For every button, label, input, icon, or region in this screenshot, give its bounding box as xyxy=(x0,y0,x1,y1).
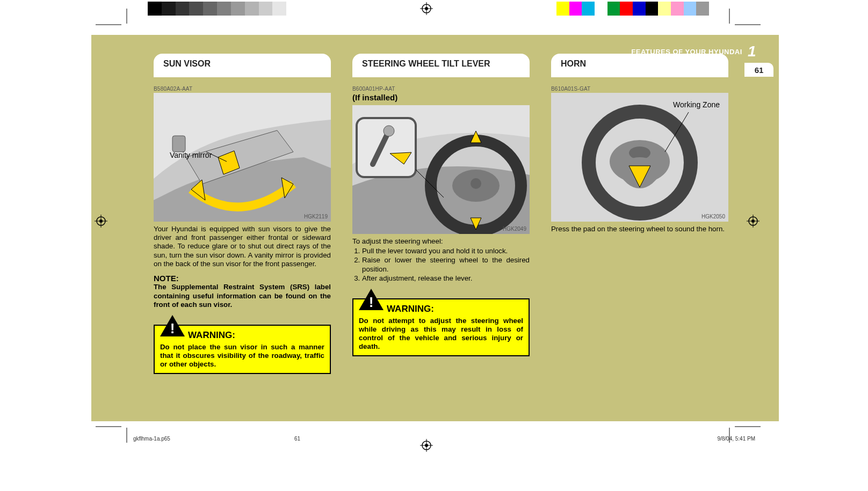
illus-label-working-zone: Working Zone xyxy=(673,100,720,109)
warning-title: WARNING: xyxy=(188,330,324,341)
warning-text: Do not place the sun visor in such a man… xyxy=(160,343,324,369)
chapter-number: 1 xyxy=(748,43,756,60)
body-text: Press the pad on the steering wheel to s… xyxy=(551,225,728,233)
registration-mark-top xyxy=(420,2,433,15)
warning-box: ! WARNING: Do not place the sun visor in… xyxy=(154,325,331,374)
tab-sun-visor: SUN VISOR xyxy=(154,54,331,76)
footer-page: 61 xyxy=(294,436,300,442)
part-code: B600A01HP-AAT xyxy=(352,86,530,92)
print-footer: gkflhma-1a.p65 61 9/8/04, 5:41 PM xyxy=(133,436,755,442)
subhead: (If installed) xyxy=(352,93,530,102)
footer-datetime: 9/8/04, 5:41 PM xyxy=(717,436,755,442)
column-horn: HORN B610A01S-GAT Working Zone HGK2050 P… xyxy=(551,54,728,408)
tab-horn: HORN xyxy=(551,54,728,76)
svg-text:!: ! xyxy=(369,294,374,310)
note-title: NOTE: xyxy=(154,274,331,283)
svg-text:!: ! xyxy=(170,320,175,336)
warning-title: WARNING: xyxy=(387,304,523,314)
footer-filename: gkflhma-1a.p65 xyxy=(133,436,170,442)
svg-rect-28 xyxy=(172,136,185,152)
figure-id: HGK2119 xyxy=(304,214,328,219)
svg-point-15 xyxy=(425,444,428,447)
registration-mark-right xyxy=(747,215,760,228)
warning-icon: ! xyxy=(358,288,385,311)
illustration-tilt-lever: HGK2049 xyxy=(352,105,530,234)
step-item: Pull the lever toward you and hold it to… xyxy=(362,247,530,255)
part-code: B580A02A-AAT xyxy=(154,86,331,92)
crop-mark xyxy=(728,9,761,30)
svg-point-39 xyxy=(384,126,394,136)
illustration-horn: Working Zone HGK2050 xyxy=(551,93,728,222)
column-tilt-lever: STEERING WHEEL TILT LEVER B600A01HP-AAT … xyxy=(352,54,530,408)
warning-icon: ! xyxy=(159,314,186,338)
part-code: B610A01S-GAT xyxy=(551,86,728,92)
steps: To adjust the steering wheel: Pull the l… xyxy=(352,237,530,283)
svg-point-3 xyxy=(425,7,428,10)
body-text: Your Hyundai is equipped with sun visors… xyxy=(154,225,331,268)
registration-mark-left xyxy=(95,215,107,228)
crop-mark xyxy=(96,9,128,30)
content-columns: SUN VISOR B580A02A-AAT Vanity mirror HGK… xyxy=(154,54,728,408)
figure-id: HGK2050 xyxy=(701,214,725,219)
illustration-sun-visor: Vanity mirror HGK2119 xyxy=(154,93,331,222)
step-item: Raise or lower the steering wheel to the… xyxy=(362,256,530,273)
tab-tilt-lever: STEERING WHEEL TILT LEVER xyxy=(352,54,530,76)
svg-point-7 xyxy=(99,219,103,223)
warning-box: ! WARNING: Do not attempt to adjust the … xyxy=(352,298,530,356)
printer-grayscale-bar xyxy=(148,2,300,16)
steps-intro: To adjust the steering wheel: xyxy=(352,237,530,246)
note-body: The Supplemental Restraint System (SRS) … xyxy=(154,283,331,310)
figure-id: HGK2049 xyxy=(503,226,526,232)
page-number: 61 xyxy=(744,63,773,77)
printer-color-bar xyxy=(556,2,709,16)
steps-list: Pull the lever toward you and hold it to… xyxy=(352,247,530,283)
crop-mark xyxy=(96,421,128,443)
svg-point-35 xyxy=(471,178,481,189)
illus-label-vanity-mirror: Vanity mirror xyxy=(170,151,212,159)
column-sun-visor: SUN VISOR B580A02A-AAT Vanity mirror HGK… xyxy=(154,54,331,408)
step-item: After adjustment, release the lever. xyxy=(362,274,530,283)
svg-point-11 xyxy=(751,219,755,223)
warning-text: Do not attempt to adjust the steering wh… xyxy=(359,317,523,351)
